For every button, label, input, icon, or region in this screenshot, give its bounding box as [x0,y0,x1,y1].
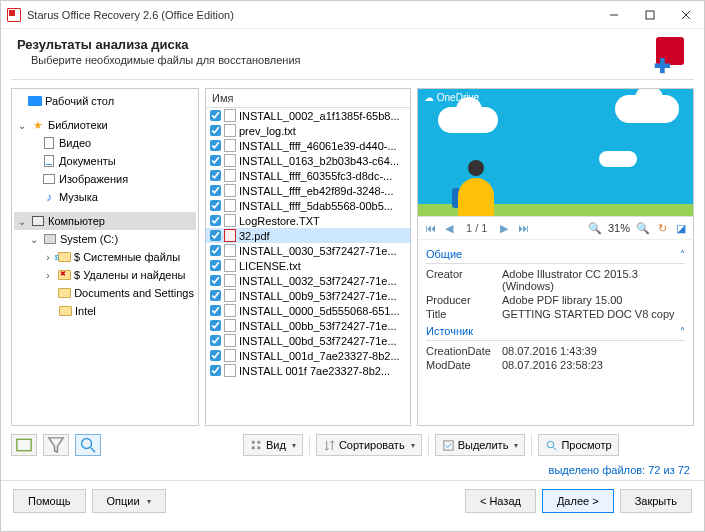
tree-video[interactable]: Видео [14,134,196,152]
file-checkbox[interactable] [210,320,221,331]
tool-search-icon[interactable] [75,434,101,456]
nav-last-icon[interactable]: ⏭ [515,220,531,236]
sort-button[interactable]: Сортировать▾ [316,434,422,456]
file-checkbox[interactable] [210,170,221,181]
file-row[interactable]: INSTALL_ffff_5dab5568-00b5... [206,198,410,213]
file-checkbox[interactable] [210,155,221,166]
txt-icon [224,139,236,152]
select-button[interactable]: Выделить▾ [435,434,526,456]
save-disk-icon[interactable]: ◪ [673,220,689,236]
music-icon: ♪ [42,190,56,204]
file-row[interactable]: INSTALL_00b9_53f72427-71e... [206,288,410,303]
nav-first-icon[interactable]: ⏮ [422,220,438,236]
file-row[interactable]: INSTALL_0000_5d555068-651... [206,303,410,318]
view-button[interactable]: Вид▾ [243,434,303,456]
tree-system-c[interactable]: ⌄System (C:) [14,230,196,248]
zoom-out-icon[interactable]: 🔍 [587,220,603,236]
file-checkbox[interactable] [210,275,221,286]
txt-icon [224,124,236,137]
file-checkbox[interactable] [210,245,221,256]
maximize-button[interactable] [632,1,668,29]
file-row[interactable]: INSTALL_00bd_53f72427-71e... [206,333,410,348]
tree-computer[interactable]: ⌄Компьютер [14,212,196,230]
chevron-down-icon[interactable]: ⌄ [28,234,40,245]
file-checkbox[interactable] [210,215,221,226]
reload-icon[interactable]: ↻ [654,220,670,236]
preview-button[interactable]: Просмотр [538,434,618,456]
section-source[interactable]: Источник˄ [426,321,685,341]
file-checkbox[interactable] [210,365,221,376]
chevron-down-icon[interactable]: ⌄ [16,120,28,131]
tool-recover-icon[interactable] [11,434,37,456]
file-row[interactable]: INSTALL_ffff_eb42f89d-3248-... [206,183,410,198]
close-button[interactable] [668,1,704,29]
list-header-name[interactable]: Имя [206,89,410,108]
back-button[interactable]: < Назад [465,489,536,513]
help-button[interactable]: Помощь [13,489,86,513]
file-row[interactable]: LICENSE.txt [206,258,410,273]
file-row[interactable]: INSTALL_ffff_60355fc3-d8dc-... [206,168,410,183]
next-button[interactable]: Далее > [542,489,614,513]
file-row[interactable]: INSTALL 001f 7ae23327-8b2... [206,363,410,378]
file-checkbox[interactable] [210,260,221,271]
section-general[interactable]: Общие˄ [426,244,685,264]
file-checkbox[interactable] [210,125,221,136]
chevron-down-icon[interactable]: ⌄ [16,216,28,227]
file-row[interactable]: INSTALL_0002_a1f1385f-65b8... [206,108,410,123]
file-row[interactable]: INSTALL_0030_53f72427-71e... [206,243,410,258]
chevron-up-icon[interactable]: ˄ [680,249,685,260]
meta-value: 08.07.2016 23:58:23 [502,359,685,371]
zoom-in-icon[interactable]: 🔍 [635,220,651,236]
tree-docs-settings[interactable]: Documents and Settings [14,284,196,302]
folder-tree[interactable]: Рабочий стол ⌄★Библиотеки Видео Документ… [11,88,199,426]
file-row[interactable]: prev_log.txt [206,123,410,138]
file-row[interactable]: INSTALL_ffff_46061e39-d440-... [206,138,410,153]
tree-intel[interactable]: Intel [14,302,196,320]
tree-libraries[interactable]: ⌄★Библиотеки [14,116,196,134]
file-checkbox[interactable] [210,140,221,151]
page-title: Результаты анализа диска [17,37,652,52]
options-button[interactable]: Опции▾ [92,489,166,513]
file-name: INSTALL_ffff_eb42f89d-3248-... [239,185,394,197]
minimize-button[interactable] [596,1,632,29]
file-row[interactable]: INSTALL_00bb_53f72427-71e... [206,318,410,333]
file-checkbox[interactable] [210,305,221,316]
file-list[interactable]: Имя INSTALL_0002_a1f1385f-65b8...prev_lo… [205,88,411,426]
tree-deleted[interactable]: ›$ Удалены и найдены [14,266,196,284]
file-checkbox[interactable] [210,200,221,211]
toolbar: Вид▾ Сортировать▾ Выделить▾ Просмотр [1,430,704,462]
file-row[interactable]: INSTALL_001d_7ae23327-8b2... [206,348,410,363]
tree-music[interactable]: ♪Музыка [14,188,196,206]
file-checkbox[interactable] [210,110,221,121]
nav-prev-icon[interactable]: ◀ [441,220,457,236]
chevron-down-icon: ▾ [408,441,415,450]
file-row[interactable]: INSTALL_0163_b2b03b43-c64... [206,153,410,168]
file-checkbox[interactable] [210,350,221,361]
tree-sys-files[interactable]: ›$ Системные файлы [14,248,196,266]
file-row[interactable]: 32.pdf [206,228,410,243]
txt-icon [224,319,236,332]
file-name: INSTALL_ffff_60355fc3-d8dc-... [239,170,392,182]
tree-images[interactable]: Изображения [14,170,196,188]
chevron-right-icon[interactable]: › [42,270,54,281]
file-checkbox[interactable] [210,230,221,241]
file-name: INSTALL_ffff_46061e39-d440-... [239,140,397,152]
nav-next-icon[interactable]: ▶ [496,220,512,236]
file-name: prev_log.txt [239,125,296,137]
chevron-down-icon: ▾ [143,497,151,506]
tool-filter-icon[interactable] [43,434,69,456]
file-checkbox[interactable] [210,185,221,196]
file-checkbox[interactable] [210,335,221,346]
chevron-right-icon[interactable]: › [42,252,54,263]
svg-rect-8 [257,440,260,443]
tree-documents[interactable]: Документы [14,152,196,170]
page-header: Результаты анализа диска Выберите необхо… [1,29,704,79]
file-row[interactable]: INSTALL_0032_53f72427-71e... [206,273,410,288]
txt-icon [224,274,236,287]
file-checkbox[interactable] [210,290,221,301]
chevron-up-icon[interactable]: ˄ [680,326,685,337]
file-row[interactable]: LogRestore.TXT [206,213,410,228]
close-footer-button[interactable]: Закрыть [620,489,692,513]
file-name: LICENSE.txt [239,260,301,272]
tree-desktop[interactable]: Рабочий стол [14,92,196,110]
